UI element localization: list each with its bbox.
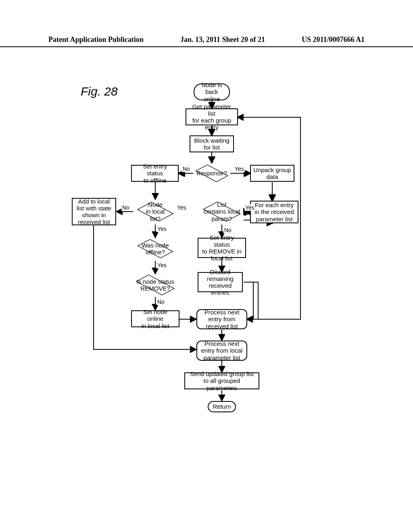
node-start: Node isback online xyxy=(194,83,230,100)
edge-node-in-list-no: No xyxy=(121,204,130,211)
node-response-label: Response? xyxy=(196,170,227,177)
node-was-offline: Was nodeoffline? xyxy=(132,236,179,262)
node-set-offline-label: Set entry statusto offline xyxy=(134,163,175,184)
edge-was-offline-yes: Yes xyxy=(156,262,167,268)
node-set-offline: Set entry statusto offline xyxy=(131,165,179,182)
header-center: Jan. 13, 2011 Sheet 20 of 21 xyxy=(180,35,265,44)
node-list-contains: Listcontains localparam? xyxy=(198,197,245,226)
edge-response-yes: Yes xyxy=(234,166,245,172)
node-for-each: For each entryin the receivedparameter l… xyxy=(250,201,298,223)
node-unpack-label: Unpack groupdata xyxy=(253,166,291,181)
node-set-remove-label: Set entry statusto REMOVE inlocal list xyxy=(201,234,243,262)
node-set-online-label: Set node onlinein local list xyxy=(134,308,176,329)
node-return: Return xyxy=(208,401,236,412)
node-proc-next-recv-label: Process nextentry fromreceived list xyxy=(204,309,240,330)
node-discard-label: Discardremainingreceived entries xyxy=(201,268,240,296)
node-get-param: Get parameter listfor each group entry xyxy=(186,108,238,125)
flowchart-canvas: Node isback online Get parameter listfor… xyxy=(69,79,347,445)
header-right: US 2011/0007666 A1 xyxy=(302,35,365,44)
node-send-updated-label: Send updated group listto all grouped pa… xyxy=(188,370,256,391)
node-set-remove: Set entry statusto REMOVE inlocal list xyxy=(198,238,246,258)
node-add-local: Add to locallist with stateshown inrecei… xyxy=(72,198,116,225)
node-was-offline-label: Was nodeoffline? xyxy=(142,242,169,256)
node-block-wait-label: Block waitingfor list xyxy=(194,137,229,151)
edge-list-contains-no: No xyxy=(223,227,232,233)
node-block-wait: Block waitingfor list xyxy=(190,135,234,152)
node-send-updated: Send updated group listto all grouped pa… xyxy=(184,372,259,389)
node-set-online: Set node onlinein local list xyxy=(131,310,179,327)
node-start-label: Node isback online xyxy=(197,81,227,102)
node-in-local-list-label: Nodein locallist? xyxy=(146,201,165,222)
node-proc-next-loc-label: Process nextentry from localparameter li… xyxy=(201,340,243,361)
edge-is-remove-no: No xyxy=(156,299,165,305)
node-add-local-label: Add to locallist with stateshown inrecei… xyxy=(77,198,111,226)
edge-node-in-list-yes: Yes xyxy=(176,204,187,211)
node-proc-next-loc: Process nextentry from localparameter li… xyxy=(196,341,247,361)
node-for-each-label: For each entryin the receivedparameter l… xyxy=(254,202,294,222)
node-in-local-list: Nodein locallist? xyxy=(133,197,177,226)
svg-point-18 xyxy=(221,334,223,336)
node-response: Response? xyxy=(191,161,233,185)
edge-response-no: No xyxy=(182,166,191,172)
node-list-contains-label: Listcontains localparam? xyxy=(204,201,240,222)
node-discard: Discardremainingreceived entries xyxy=(198,272,243,292)
node-is-remove: Is node statusREMOVE? xyxy=(129,272,181,298)
node-unpack: Unpack groupdata xyxy=(250,165,294,182)
node-is-remove-label: Is node statusREMOVE? xyxy=(136,278,174,292)
edge-node-in-list-down-yes: Yes xyxy=(156,226,167,232)
header-left: Patent Application Publication xyxy=(48,35,144,44)
node-get-param-label: Get parameter listfor each group entry xyxy=(189,103,235,131)
edge-list-contains-yes: Yes xyxy=(244,204,255,211)
page-header: Patent Application Publication Jan. 13, … xyxy=(0,35,413,47)
node-return-label: Return xyxy=(213,403,231,410)
node-proc-next-recv: Process nextentry fromreceived list xyxy=(196,309,247,329)
